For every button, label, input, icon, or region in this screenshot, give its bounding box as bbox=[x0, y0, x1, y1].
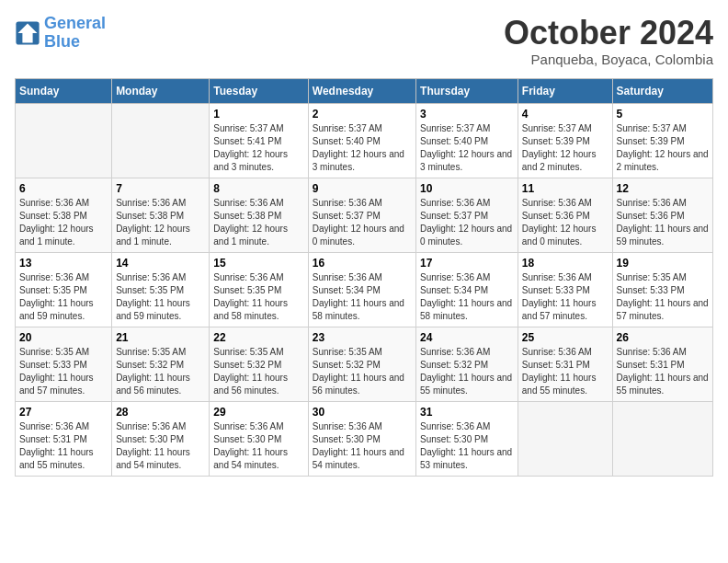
day-info: Sunrise: 5:35 AM Sunset: 5:32 PM Dayligh… bbox=[313, 346, 412, 397]
day-number: 24 bbox=[420, 331, 514, 344]
day-number: 4 bbox=[522, 108, 609, 121]
calendar-cell: 1Sunrise: 5:37 AM Sunset: 5:41 PM Daylig… bbox=[210, 103, 308, 178]
day-number: 27 bbox=[19, 406, 108, 419]
calendar-cell bbox=[16, 103, 112, 178]
calendar-cell: 28Sunrise: 5:36 AM Sunset: 5:30 PM Dayli… bbox=[112, 401, 210, 476]
day-number: 6 bbox=[19, 182, 108, 195]
day-number: 14 bbox=[116, 257, 205, 270]
calendar-cell: 29Sunrise: 5:36 AM Sunset: 5:30 PM Dayli… bbox=[210, 401, 308, 476]
day-number: 8 bbox=[213, 182, 303, 195]
calendar-cell: 23Sunrise: 5:35 AM Sunset: 5:32 PM Dayli… bbox=[308, 327, 415, 401]
day-info: Sunrise: 5:35 AM Sunset: 5:32 PM Dayligh… bbox=[213, 346, 303, 397]
calendar-cell: 24Sunrise: 5:36 AM Sunset: 5:32 PM Dayli… bbox=[416, 327, 518, 401]
column-header-wednesday: Wednesday bbox=[308, 78, 415, 103]
calendar-cell: 25Sunrise: 5:36 AM Sunset: 5:31 PM Dayli… bbox=[518, 327, 612, 401]
calendar-cell bbox=[112, 103, 210, 178]
day-info: Sunrise: 5:36 AM Sunset: 5:30 PM Dayligh… bbox=[116, 420, 205, 472]
column-header-monday: Monday bbox=[112, 78, 210, 103]
day-number: 13 bbox=[19, 257, 108, 270]
logo-line2: Blue bbox=[44, 32, 80, 51]
calendar-cell: 12Sunrise: 5:36 AM Sunset: 5:36 PM Dayli… bbox=[612, 178, 712, 252]
day-number: 17 bbox=[420, 257, 514, 270]
day-info: Sunrise: 5:36 AM Sunset: 5:38 PM Dayligh… bbox=[19, 197, 108, 248]
calendar-cell: 18Sunrise: 5:36 AM Sunset: 5:33 PM Dayli… bbox=[518, 252, 612, 327]
calendar-cell: 20Sunrise: 5:35 AM Sunset: 5:33 PM Dayli… bbox=[16, 327, 112, 401]
day-number: 23 bbox=[313, 331, 412, 344]
calendar-cell: 5Sunrise: 5:37 AM Sunset: 5:39 PM Daylig… bbox=[612, 103, 712, 178]
day-number: 12 bbox=[617, 182, 709, 195]
column-header-thursday: Thursday bbox=[416, 78, 518, 103]
day-number: 15 bbox=[213, 257, 303, 270]
calendar-cell: 2Sunrise: 5:37 AM Sunset: 5:40 PM Daylig… bbox=[308, 103, 415, 178]
day-number: 2 bbox=[313, 108, 412, 121]
day-info: Sunrise: 5:36 AM Sunset: 5:31 PM Dayligh… bbox=[522, 346, 609, 397]
logo: General Blue bbox=[15, 15, 106, 52]
page-header: General Blue October 2024 Panqueba, Boya… bbox=[15, 15, 713, 67]
day-info: Sunrise: 5:36 AM Sunset: 5:35 PM Dayligh… bbox=[213, 271, 303, 323]
day-number: 3 bbox=[420, 108, 514, 121]
calendar-cell: 31Sunrise: 5:36 AM Sunset: 5:30 PM Dayli… bbox=[416, 401, 518, 476]
day-number: 18 bbox=[522, 257, 609, 270]
calendar-cell: 22Sunrise: 5:35 AM Sunset: 5:32 PM Dayli… bbox=[210, 327, 308, 401]
day-number: 28 bbox=[116, 406, 205, 419]
day-number: 30 bbox=[313, 406, 412, 419]
day-number: 10 bbox=[420, 182, 514, 195]
day-number: 31 bbox=[420, 406, 514, 419]
calendar-cell: 16Sunrise: 5:36 AM Sunset: 5:34 PM Dayli… bbox=[308, 252, 415, 327]
calendar-cell bbox=[612, 401, 712, 476]
day-info: Sunrise: 5:36 AM Sunset: 5:30 PM Dayligh… bbox=[420, 420, 514, 472]
calendar-cell: 8Sunrise: 5:36 AM Sunset: 5:38 PM Daylig… bbox=[210, 178, 308, 252]
calendar-cell: 21Sunrise: 5:35 AM Sunset: 5:32 PM Dayli… bbox=[112, 327, 210, 401]
day-number: 20 bbox=[19, 331, 108, 344]
day-info: Sunrise: 5:36 AM Sunset: 5:30 PM Dayligh… bbox=[213, 420, 303, 472]
calendar-cell: 9Sunrise: 5:36 AM Sunset: 5:37 PM Daylig… bbox=[308, 178, 415, 252]
day-info: Sunrise: 5:37 AM Sunset: 5:39 PM Dayligh… bbox=[522, 122, 609, 174]
logo-icon bbox=[15, 20, 40, 46]
page-title: October 2024 bbox=[504, 15, 713, 52]
calendar-table: SundayMondayTuesdayWednesdayThursdayFrid… bbox=[15, 78, 713, 477]
day-info: Sunrise: 5:36 AM Sunset: 5:35 PM Dayligh… bbox=[116, 271, 205, 323]
day-number: 5 bbox=[617, 108, 709, 121]
day-info: Sunrise: 5:36 AM Sunset: 5:31 PM Dayligh… bbox=[617, 346, 709, 397]
day-number: 26 bbox=[617, 331, 709, 344]
day-info: Sunrise: 5:37 AM Sunset: 5:39 PM Dayligh… bbox=[617, 122, 709, 174]
day-info: Sunrise: 5:35 AM Sunset: 5:32 PM Dayligh… bbox=[116, 346, 205, 397]
calendar-cell: 15Sunrise: 5:36 AM Sunset: 5:35 PM Dayli… bbox=[210, 252, 308, 327]
header-row: SundayMondayTuesdayWednesdayThursdayFrid… bbox=[16, 78, 713, 103]
day-info: Sunrise: 5:36 AM Sunset: 5:38 PM Dayligh… bbox=[116, 197, 205, 248]
calendar-cell: 11Sunrise: 5:36 AM Sunset: 5:36 PM Dayli… bbox=[518, 178, 612, 252]
day-number: 22 bbox=[213, 331, 303, 344]
calendar-cell: 3Sunrise: 5:37 AM Sunset: 5:40 PM Daylig… bbox=[416, 103, 518, 178]
week-row-1: 1Sunrise: 5:37 AM Sunset: 5:41 PM Daylig… bbox=[16, 103, 713, 178]
day-info: Sunrise: 5:37 AM Sunset: 5:40 PM Dayligh… bbox=[420, 122, 514, 174]
calendar-cell: 26Sunrise: 5:36 AM Sunset: 5:31 PM Dayli… bbox=[612, 327, 712, 401]
week-row-3: 13Sunrise: 5:36 AM Sunset: 5:35 PM Dayli… bbox=[16, 252, 713, 327]
day-info: Sunrise: 5:37 AM Sunset: 5:40 PM Dayligh… bbox=[313, 122, 412, 174]
day-info: Sunrise: 5:36 AM Sunset: 5:31 PM Dayligh… bbox=[19, 420, 108, 472]
calendar-cell: 6Sunrise: 5:36 AM Sunset: 5:38 PM Daylig… bbox=[16, 178, 112, 252]
day-info: Sunrise: 5:36 AM Sunset: 5:32 PM Dayligh… bbox=[420, 346, 514, 397]
day-info: Sunrise: 5:36 AM Sunset: 5:36 PM Dayligh… bbox=[617, 197, 709, 248]
calendar-cell: 17Sunrise: 5:36 AM Sunset: 5:34 PM Dayli… bbox=[416, 252, 518, 327]
day-info: Sunrise: 5:36 AM Sunset: 5:30 PM Dayligh… bbox=[313, 420, 412, 472]
column-header-saturday: Saturday bbox=[612, 78, 712, 103]
calendar-cell: 30Sunrise: 5:36 AM Sunset: 5:30 PM Dayli… bbox=[308, 401, 415, 476]
column-header-tuesday: Tuesday bbox=[210, 78, 308, 103]
day-number: 1 bbox=[213, 108, 303, 121]
calendar-cell: 27Sunrise: 5:36 AM Sunset: 5:31 PM Dayli… bbox=[16, 401, 112, 476]
week-row-4: 20Sunrise: 5:35 AM Sunset: 5:33 PM Dayli… bbox=[16, 327, 713, 401]
week-row-5: 27Sunrise: 5:36 AM Sunset: 5:31 PM Dayli… bbox=[16, 401, 713, 476]
calendar-cell: 7Sunrise: 5:36 AM Sunset: 5:38 PM Daylig… bbox=[112, 178, 210, 252]
day-info: Sunrise: 5:36 AM Sunset: 5:35 PM Dayligh… bbox=[19, 271, 108, 323]
day-info: Sunrise: 5:36 AM Sunset: 5:33 PM Dayligh… bbox=[522, 271, 609, 323]
calendar-cell: 13Sunrise: 5:36 AM Sunset: 5:35 PM Dayli… bbox=[16, 252, 112, 327]
logo-text: General Blue bbox=[44, 15, 106, 52]
day-info: Sunrise: 5:36 AM Sunset: 5:37 PM Dayligh… bbox=[420, 197, 514, 248]
day-number: 21 bbox=[116, 331, 205, 344]
calendar-cell: 14Sunrise: 5:36 AM Sunset: 5:35 PM Dayli… bbox=[112, 252, 210, 327]
column-header-friday: Friday bbox=[518, 78, 612, 103]
day-number: 16 bbox=[313, 257, 412, 270]
column-header-sunday: Sunday bbox=[16, 78, 112, 103]
calendar-cell: 4Sunrise: 5:37 AM Sunset: 5:39 PM Daylig… bbox=[518, 103, 612, 178]
calendar-cell: 10Sunrise: 5:36 AM Sunset: 5:37 PM Dayli… bbox=[416, 178, 518, 252]
